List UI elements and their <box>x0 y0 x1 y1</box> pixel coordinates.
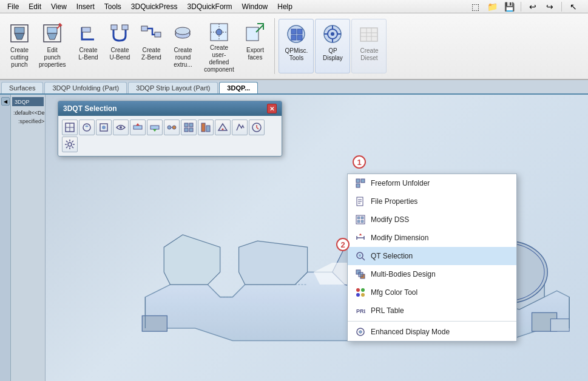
mfg-color-icon <box>355 287 366 298</box>
sep2 <box>561 2 562 12</box>
dialog-tool-8[interactable] <box>181 120 197 135</box>
export-faces-icon <box>243 21 267 46</box>
menu-item-mfg-color-tool[interactable]: Mfg Color Tool <box>348 283 516 302</box>
dialog-tool-5[interactable] <box>130 120 146 135</box>
menu-help[interactable]: Help <box>272 1 297 12</box>
svg-text:PRL: PRL <box>356 308 365 314</box>
toolbar-undo-btn[interactable]: ↩ <box>525 0 540 14</box>
dialog-body <box>58 116 282 156</box>
tree-item-2: :specified> <box>17 117 44 126</box>
menu-window[interactable]: Window <box>237 1 273 12</box>
dialog-close-btn[interactable]: ✕ <box>267 104 277 113</box>
tree-header: 3DQP <box>12 97 44 106</box>
create-user-defined-label: Createuser-definedcomponent <box>202 44 235 73</box>
dialog-tool-settings[interactable] <box>62 137 78 152</box>
svg-point-67 <box>68 143 72 146</box>
svg-point-85 <box>359 254 361 257</box>
main-area: ◀ 3DQP :default<<De :specified> <box>0 95 588 381</box>
toolbar-cursor-btn[interactable]: ↖ <box>566 0 581 14</box>
export-faces-btn[interactable]: Exportfaces <box>239 19 271 73</box>
menu-item-modify-dss[interactable]: Modify DSS <box>348 211 516 229</box>
menu-item-qt-selection[interactable]: QT Selection <box>348 247 516 265</box>
svg-rect-21 <box>246 27 259 41</box>
dialog-tool-6[interactable] <box>147 120 163 135</box>
svg-point-56 <box>172 126 176 129</box>
svg-point-91 <box>356 293 360 297</box>
multi-bodies-label: Multi-Bodies Design <box>371 270 436 278</box>
create-user-defined-btn[interactable]: Createuser-definedcomponent <box>198 19 239 73</box>
dialog-tool-9[interactable] <box>198 120 214 135</box>
svg-rect-61 <box>189 128 193 132</box>
dialog-tool-10[interactable] <box>215 120 231 135</box>
create-round-extru-btn[interactable]: Createroundextru... <box>167 19 198 73</box>
svg-rect-11 <box>141 26 147 31</box>
svg-point-49 <box>102 126 106 129</box>
tab-surfaces[interactable]: Surfaces <box>1 82 43 93</box>
svg-rect-70 <box>356 184 360 187</box>
edit-punch-label: Editpunchproperties <box>39 47 66 69</box>
menu-item-modify-dimension[interactable]: Modify Dimension <box>348 229 516 247</box>
dropdown-menu: Freeform Unfolder File Properties Modify… <box>347 174 517 342</box>
svg-rect-78 <box>357 220 360 223</box>
svg-rect-1 <box>15 27 24 33</box>
tab-3dqp-strip-layout[interactable]: 3DQP Strip Layout (Part) <box>128 82 218 93</box>
create-l-bend-btn[interactable]: CreateL-Bend <box>72 19 104 73</box>
qp-display-icon <box>320 22 345 46</box>
svg-point-48 <box>83 124 90 131</box>
create-z-bend-btn[interactable]: CreateZ-Bend <box>135 19 167 73</box>
create-u-bend-btn[interactable]: CreateU-Bend <box>104 19 135 73</box>
create-z-bend-label: CreateZ-Bend <box>141 47 161 61</box>
svg-rect-77 <box>361 217 363 219</box>
menu-item-enhanced-display[interactable]: Enhanced Display Mode <box>348 323 516 341</box>
create-dieset-btn[interactable]: CreateDieset <box>351 19 387 73</box>
dialog-tool-12[interactable] <box>249 120 265 135</box>
svg-rect-44 <box>142 315 167 331</box>
dialog-tool-11[interactable] <box>232 120 248 135</box>
dialog-tool-2[interactable] <box>79 120 95 135</box>
toolbar-new-btn[interactable]: ⬚ <box>468 0 482 14</box>
menu-item-multi-bodies[interactable]: Multi-Bodies Design <box>348 265 516 283</box>
create-cutting-punch-btn[interactable]: Createcuttingpunch <box>4 19 35 73</box>
edit-punch-properties-btn[interactable]: Editpunchproperties <box>35 19 69 73</box>
create-u-bend-label: CreateU-Bend <box>110 47 130 61</box>
toolbar-save-btn[interactable]: 💾 <box>502 0 516 14</box>
dialog-tool-3[interactable] <box>96 120 112 135</box>
dialog-tool-4[interactable] <box>113 120 129 135</box>
svg-point-50 <box>120 126 122 129</box>
svg-rect-9 <box>111 25 117 30</box>
svg-marker-52 <box>136 123 140 126</box>
freeform-unfolder-icon <box>355 178 366 189</box>
menu-edit[interactable]: Edit <box>24 1 46 12</box>
dialog-tool-7[interactable] <box>164 120 180 135</box>
menu-tools[interactable]: Tools <box>100 1 126 12</box>
create-l-bend-label: CreateL-Bend <box>78 47 98 61</box>
tab-3dqp-unfolding[interactable]: 3DQP Unfolding (Part) <box>44 82 127 93</box>
tab-3dqp[interactable]: 3DQP... <box>219 82 258 93</box>
svg-rect-59 <box>189 123 193 127</box>
menu-3dquickpress[interactable]: 3DQuickPress <box>126 1 183 12</box>
qp-display-btn[interactable]: QPDisplay <box>315 19 350 73</box>
menu-divider <box>348 321 516 322</box>
qpmisc-tools-btn[interactable]: QPMisc.Tools <box>279 19 314 73</box>
menu-file[interactable]: File <box>2 1 24 12</box>
menu-3dquickform[interactable]: 3DQuickForm <box>183 1 237 12</box>
svg-line-84 <box>362 258 365 260</box>
create-dieset-icon <box>357 22 381 46</box>
toolbar-open-btn[interactable]: 📁 <box>485 0 499 14</box>
sidebar-collapse-btn[interactable]: ◀ <box>1 97 10 106</box>
step-2-indicator: 2 <box>336 238 350 251</box>
dialog-tool-1[interactable] <box>62 120 78 135</box>
left-panel: ◀ 3DQP :default<<De :specified> <box>0 95 46 381</box>
svg-rect-4 <box>47 27 57 33</box>
dialog-title-bar: 3DQT Selection ✕ <box>58 101 282 116</box>
menu-item-file-properties[interactable]: File Properties <box>348 192 516 211</box>
menu-insert[interactable]: Insert <box>72 1 100 12</box>
toolbar-redo-btn[interactable]: ↪ <box>542 0 557 14</box>
menu-view[interactable]: View <box>46 1 72 12</box>
svg-rect-10 <box>122 25 128 30</box>
sep-qp <box>274 18 275 74</box>
svg-point-30 <box>331 32 334 36</box>
menu-item-prl-table[interactable]: PRL PRL Table <box>348 302 516 320</box>
svg-point-89 <box>356 288 360 292</box>
menu-item-freeform-unfolder[interactable]: Freeform Unfolder <box>348 174 516 192</box>
